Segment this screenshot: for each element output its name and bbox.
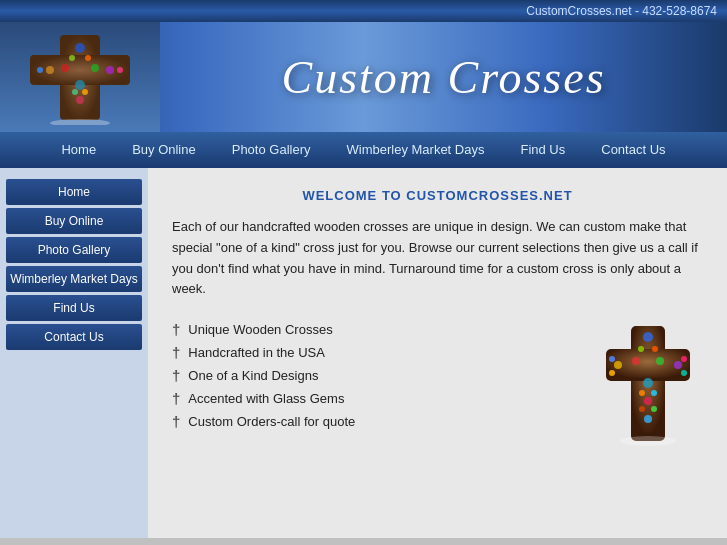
- svg-point-11: [37, 67, 43, 73]
- sidebar-item-home[interactable]: Home: [6, 179, 142, 205]
- content-area: WELCOME TO CUSTOMCROSSES.NET Each of our…: [148, 168, 727, 538]
- svg-point-24: [644, 397, 652, 405]
- header: Custom Crosses: [0, 22, 727, 132]
- nav-photo-gallery[interactable]: Photo Gallery: [214, 132, 329, 168]
- site-title: Custom Crosses: [160, 51, 727, 104]
- features-list: † Unique Wooden Crosses † Handcrafted in…: [172, 318, 573, 433]
- svg-point-34: [639, 406, 645, 412]
- svg-point-6: [106, 66, 114, 74]
- intro-paragraph: Each of our handcrafted wooden crosses a…: [172, 217, 703, 300]
- svg-point-15: [50, 119, 110, 125]
- svg-point-19: [632, 357, 640, 365]
- sidebar: Home Buy Online Photo Gallery Wimberley …: [0, 168, 148, 538]
- bullet-cross-5: †: [172, 413, 180, 430]
- svg-point-18: [643, 332, 653, 342]
- svg-point-25: [644, 415, 652, 423]
- cross-image-right: [593, 318, 703, 448]
- bullet-cross-2: †: [172, 344, 180, 361]
- svg-point-3: [61, 64, 69, 72]
- feature-label-1: Unique Wooden Crosses: [188, 322, 332, 337]
- svg-point-32: [639, 390, 645, 396]
- svg-point-13: [72, 89, 78, 95]
- feature-label-5: Custom Orders-call for quote: [188, 414, 355, 429]
- svg-point-22: [674, 361, 682, 369]
- svg-point-9: [69, 55, 75, 61]
- content-cross-icon: [598, 321, 698, 446]
- svg-point-30: [609, 370, 615, 376]
- svg-point-26: [638, 346, 644, 352]
- svg-point-8: [76, 96, 84, 104]
- svg-point-28: [609, 356, 615, 362]
- svg-point-35: [651, 406, 657, 412]
- feature-item-3: † One of a Kind Designs: [172, 364, 573, 387]
- nav-home[interactable]: Home: [43, 132, 114, 168]
- nav-bar: Home Buy Online Photo Gallery Wimberley …: [0, 132, 727, 168]
- nav-wimberley[interactable]: Wimberley Market Days: [328, 132, 502, 168]
- main-layout: Home Buy Online Photo Gallery Wimberley …: [0, 168, 727, 538]
- svg-point-2: [75, 43, 85, 53]
- svg-point-5: [46, 66, 54, 74]
- header-cross-icon: [20, 30, 140, 125]
- sidebar-item-wimberley[interactable]: Wimberley Market Days: [6, 266, 142, 292]
- svg-point-23: [643, 378, 653, 388]
- header-logo: [0, 22, 160, 132]
- sidebar-item-photo-gallery[interactable]: Photo Gallery: [6, 237, 142, 263]
- page-title: WELCOME TO CUSTOMCROSSES.NET: [172, 188, 703, 203]
- top-bar: CustomCrosses.net - 432-528-8674: [0, 0, 727, 22]
- footer: [0, 538, 727, 545]
- feature-label-3: One of a Kind Designs: [188, 368, 318, 383]
- sidebar-item-buy-online[interactable]: Buy Online: [6, 208, 142, 234]
- feature-item-2: † Handcrafted in the USA: [172, 341, 573, 364]
- svg-point-21: [614, 361, 622, 369]
- svg-point-33: [651, 390, 657, 396]
- svg-point-31: [681, 370, 687, 376]
- sidebar-item-find-us[interactable]: Find Us: [6, 295, 142, 321]
- feature-label-2: Handcrafted in the USA: [188, 345, 325, 360]
- svg-point-10: [85, 55, 91, 61]
- bullet-cross-1: †: [172, 321, 180, 338]
- svg-point-36: [620, 436, 676, 446]
- svg-point-7: [75, 80, 85, 90]
- bullet-cross-3: †: [172, 367, 180, 384]
- feature-label-4: Accented with Glass Gems: [188, 391, 344, 406]
- nav-contact-us[interactable]: Contact Us: [583, 132, 683, 168]
- nav-buy-online[interactable]: Buy Online: [114, 132, 214, 168]
- sidebar-item-contact-us[interactable]: Contact Us: [6, 324, 142, 350]
- bullet-cross-4: †: [172, 390, 180, 407]
- svg-point-4: [91, 64, 99, 72]
- contact-info: CustomCrosses.net - 432-528-8674: [526, 4, 717, 18]
- feature-item-5: † Custom Orders-call for quote: [172, 410, 573, 433]
- svg-point-27: [652, 346, 658, 352]
- features-section: † Unique Wooden Crosses † Handcrafted in…: [172, 318, 703, 448]
- feature-item-1: † Unique Wooden Crosses: [172, 318, 573, 341]
- svg-point-29: [681, 356, 687, 362]
- feature-item-4: † Accented with Glass Gems: [172, 387, 573, 410]
- svg-point-14: [82, 89, 88, 95]
- svg-point-12: [117, 67, 123, 73]
- svg-point-20: [656, 357, 664, 365]
- nav-find-us[interactable]: Find Us: [502, 132, 583, 168]
